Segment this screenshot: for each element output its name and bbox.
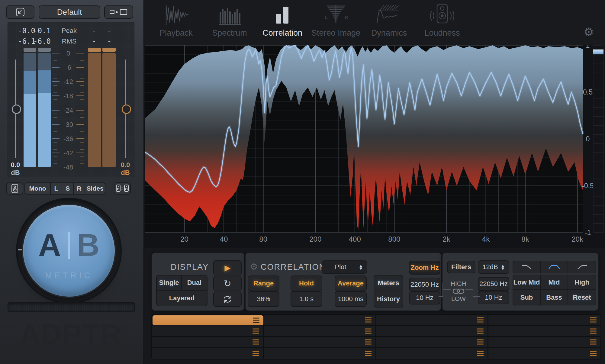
svg-text:-1: -1 xyxy=(585,229,591,237)
speaker-match-button[interactable] xyxy=(114,182,131,195)
reset-meters-button[interactable]: ↻ xyxy=(213,276,242,291)
hold-value-field[interactable]: 1.0 s xyxy=(291,291,322,307)
highpass-shape-button[interactable] xyxy=(568,261,596,273)
snapshot-menu-icon[interactable] xyxy=(253,318,259,323)
filter-shape-group xyxy=(513,261,596,273)
bandpass-shape-button[interactable] xyxy=(541,261,568,273)
range-button[interactable]: Range xyxy=(248,275,279,291)
ab-label-b: B xyxy=(77,229,99,261)
preset-selector[interactable]: Default xyxy=(39,5,100,19)
lowpass-shape-button[interactable] xyxy=(513,261,541,273)
range-value-field[interactable]: 36% xyxy=(248,291,279,307)
correlation-gear-icon[interactable]: ⚙ xyxy=(250,261,258,272)
snapshot-cell[interactable] xyxy=(488,337,600,348)
tab-spectrum[interactable]: Spectrum xyxy=(204,4,255,43)
snapshot-cell[interactable] xyxy=(264,326,376,337)
monitor-sides[interactable]: Sides xyxy=(85,183,105,194)
snapshot-cell[interactable] xyxy=(376,337,488,348)
settings-gear-icon[interactable]: ⚙ xyxy=(584,25,594,39)
svg-text:800: 800 xyxy=(388,235,400,243)
collapse-button[interactable] xyxy=(6,5,34,19)
snapshot-menu-icon[interactable] xyxy=(477,317,484,323)
meter-scale-label: -18 xyxy=(62,92,75,100)
module-tabbar: Playback Spectrum Correlation xyxy=(144,0,605,45)
snapshot-cell[interactable] xyxy=(152,315,264,326)
fader-b-knob[interactable] xyxy=(122,105,131,114)
snapshot-cell[interactable] xyxy=(264,348,376,359)
band-reset-button[interactable]: Reset xyxy=(568,290,596,305)
snapshot-cell[interactable] xyxy=(152,326,264,337)
display-dual-button[interactable]: Dual xyxy=(182,275,207,291)
filters-button[interactable]: Filters xyxy=(447,261,475,273)
snapshot-menu-icon[interactable] xyxy=(365,328,372,333)
auto-cycle-button[interactable] xyxy=(213,292,242,307)
history-button[interactable]: History xyxy=(374,291,403,307)
band-sub-button[interactable]: Sub xyxy=(513,290,541,305)
correlation-chart[interactable]: 10.50-0.5-12040802004008002k4k8k20k xyxy=(143,45,605,248)
band-bass-button[interactable]: Bass xyxy=(541,290,568,305)
refresh-icon: ↻ xyxy=(224,278,231,289)
monitor-left[interactable]: L xyxy=(51,183,62,194)
tab-loudness[interactable]: Loudness xyxy=(417,4,468,43)
tab-spectrum-label: Spectrum xyxy=(212,28,247,38)
band-lowmid-button[interactable]: Low Mid xyxy=(513,275,541,290)
snapshot-cell[interactable] xyxy=(376,348,488,359)
snapshot-menu-icon[interactable] xyxy=(477,328,484,333)
fader-a-knob[interactable] xyxy=(12,105,21,114)
snapshot-cell[interactable] xyxy=(376,315,488,326)
band-high-button[interactable]: High xyxy=(568,275,596,290)
snapshot-menu-icon[interactable] xyxy=(590,351,597,356)
snapshot-menu-icon[interactable] xyxy=(590,340,597,345)
waveform-icon xyxy=(163,4,190,27)
snapshot-cell[interactable] xyxy=(264,337,376,348)
snapshot-cell[interactable] xyxy=(488,315,600,326)
tab-dynamics[interactable]: Dynamics xyxy=(363,4,415,43)
plot-mode-dropdown[interactable]: Plot ▲▼ xyxy=(322,260,367,274)
display-layered-button[interactable]: Layered xyxy=(157,291,207,306)
snapshot-cell[interactable] xyxy=(152,337,264,348)
snapshot-cell[interactable] xyxy=(376,326,488,337)
snapshot-menu-icon[interactable] xyxy=(253,340,259,345)
play-button[interactable]: ▶ xyxy=(213,260,242,275)
tab-stereo-image[interactable]: L R Stereo Image xyxy=(310,4,362,43)
ab-label-separator: | xyxy=(65,229,72,258)
svg-text:8k: 8k xyxy=(521,235,529,243)
monitor-mono[interactable]: Mono xyxy=(25,183,51,194)
correlation-panel: ⚙ CORRELATION Plot ▲▼ Range 36% Hold 1.0… xyxy=(245,252,442,311)
crossfade-bar[interactable] xyxy=(8,302,135,312)
snapshot-menu-icon[interactable] xyxy=(253,351,259,356)
snapshot-menu-icon[interactable] xyxy=(477,351,484,356)
plot-mode-value: Plot xyxy=(335,263,346,271)
snapshot-menu-icon[interactable] xyxy=(365,351,372,356)
snapshot-menu-icon[interactable] xyxy=(365,340,372,345)
window-size-button[interactable] xyxy=(104,5,133,19)
sidebar: Default -0.0 -0.1 Peak - - -6.1 -6.0 RMS… xyxy=(0,0,144,364)
average-value-field[interactable]: 1000 ms xyxy=(335,291,367,307)
speaker-a-button[interactable] xyxy=(6,182,23,195)
slope-arrows-icon: ▲▼ xyxy=(500,264,505,270)
svg-text:40: 40 xyxy=(220,235,228,243)
snapshot-menu-icon[interactable] xyxy=(590,328,597,333)
svg-text:0.5: 0.5 xyxy=(583,88,593,96)
meters-button[interactable]: Meters xyxy=(374,275,403,291)
display-single-button[interactable]: Single xyxy=(157,275,182,291)
snapshot-cell[interactable] xyxy=(488,326,600,337)
hold-button[interactable]: Hold xyxy=(291,275,322,291)
snapshot-cell[interactable] xyxy=(488,348,600,359)
band-mid-button[interactable]: Mid xyxy=(541,275,568,290)
peak-label: Peak xyxy=(56,27,83,35)
snapshot-menu-icon[interactable] xyxy=(590,317,597,323)
monitor-solo[interactable]: S xyxy=(62,183,74,194)
snapshot-menu-icon[interactable] xyxy=(477,340,484,345)
tab-playback[interactable]: Playback xyxy=(150,4,202,43)
average-button[interactable]: Average xyxy=(335,275,367,291)
snapshot-cell[interactable] xyxy=(152,348,264,359)
peak-value-a-right: -0.1 xyxy=(31,27,53,35)
snapshot-menu-icon[interactable] xyxy=(253,328,259,333)
monitor-right[interactable]: R xyxy=(74,183,85,194)
tab-loudness-label: Loudness xyxy=(424,28,460,38)
ab-knob[interactable]: A | B METRIC xyxy=(22,204,116,298)
tab-correlation[interactable]: Correlation xyxy=(257,4,308,43)
snapshot-menu-icon[interactable] xyxy=(365,317,372,323)
snapshot-cell[interactable] xyxy=(264,315,376,326)
